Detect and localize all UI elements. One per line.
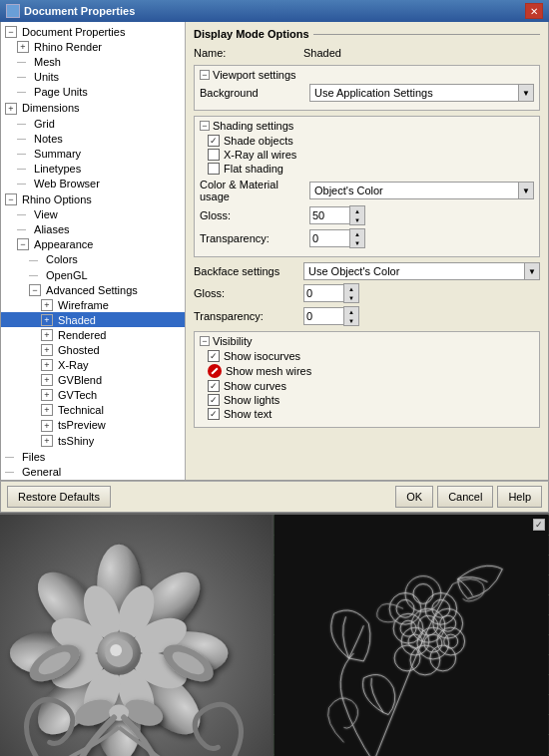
tree-item-mesh[interactable]: — Mesh — [1, 54, 185, 69]
gloss-up[interactable]: ▲ — [350, 206, 364, 215]
tree-item-tspreview[interactable]: + tsPreview — [1, 417, 185, 432]
expander-rhino-render[interactable]: + — [17, 41, 29, 53]
ok-button[interactable]: OK — [395, 486, 433, 508]
background-arrow[interactable]: ▼ — [518, 84, 534, 102]
expander-tsshiny[interactable]: + — [41, 435, 53, 447]
tree-item-tsshiny[interactable]: + tsShiny — [1, 433, 185, 448]
shade-objects-row: Shade objects — [208, 135, 534, 147]
background-value: Use Application Settings — [309, 84, 518, 102]
transparency-row: Transparency: ▲ ▼ — [200, 228, 534, 248]
tree-item-aliases[interactable]: — Aliases — [1, 221, 185, 236]
background-select[interactable]: Use Application Settings ▼ — [309, 84, 534, 102]
tree-item-gvblend[interactable]: + GVBlend — [1, 372, 185, 387]
backface-arrow[interactable]: ▼ — [524, 262, 540, 280]
tree-item-linetypes[interactable]: — Linetypes — [1, 161, 185, 176]
shading-collapse[interactable]: − — [200, 121, 210, 131]
tree-item-rendered[interactable]: + Rendered — [1, 327, 185, 342]
tree-item-dimensions[interactable]: + Dimensions — [1, 100, 185, 115]
tree-item-colors[interactable]: — Colors — [1, 251, 185, 266]
expander-wireframe[interactable]: + — [41, 299, 53, 311]
tree-item-opengl[interactable]: — OpenGL — [1, 267, 185, 282]
transparency-spin[interactable]: ▲ ▼ — [309, 228, 365, 248]
shade-objects-checkbox[interactable] — [208, 135, 220, 147]
tree-item-ghosted[interactable]: + Ghosted — [1, 342, 185, 357]
restore-defaults-button[interactable]: Restore Defaults — [7, 486, 111, 508]
help-button[interactable]: Help — [497, 486, 542, 508]
expander-appearance[interactable]: − — [17, 238, 29, 250]
backface-gloss-spin[interactable]: ▲ ▼ — [303, 283, 359, 303]
color-material-arrow[interactable]: ▼ — [518, 182, 534, 199]
vp-right-checkbox[interactable] — [533, 519, 545, 531]
close-button[interactable]: ✕ — [525, 3, 543, 19]
transparency-label: Transparency: — [200, 232, 309, 244]
xray-wires-row: X-Ray all wires — [208, 149, 534, 161]
tree-item-gvtech[interactable]: + GVTech — [1, 387, 185, 402]
show-text-checkbox[interactable] — [208, 408, 220, 420]
gloss-down[interactable]: ▼ — [350, 215, 364, 224]
tree-item-xray[interactable]: + X-Ray — [1, 357, 185, 372]
flat-shading-label: Flat shading — [224, 163, 283, 175]
color-material-select[interactable]: Object's Color ▼ — [309, 182, 534, 199]
tree-item-general[interactable]: — General — [1, 464, 185, 479]
viewport-right[interactable] — [274, 515, 549, 756]
expander-xray[interactable]: + — [41, 359, 53, 371]
gloss-spin[interactable]: ▲ ▼ — [309, 205, 365, 225]
visibility-collapse[interactable]: − — [200, 336, 210, 346]
viewport-left[interactable] — [0, 515, 274, 756]
show-curves-checkbox[interactable] — [208, 380, 220, 392]
expander-advanced[interactable]: − — [29, 284, 41, 296]
tree-item-shaded[interactable]: + Shaded — [1, 312, 185, 327]
expander-dimensions[interactable]: + — [5, 103, 17, 115]
color-material-row: Color & Material usage Object's Color ▼ — [200, 179, 534, 202]
tree-item-units[interactable]: — Units — [1, 69, 185, 84]
show-lights-label: Show lights — [224, 394, 279, 406]
backface-transparency-input[interactable] — [303, 307, 343, 325]
tree-item-rhino-render[interactable]: + Rhino Render — [1, 39, 185, 54]
backface-transparency-down[interactable]: ▼ — [344, 316, 358, 325]
cancel-button[interactable]: Cancel — [437, 486, 493, 508]
name-label: Name: — [194, 47, 303, 59]
backface-gloss-up[interactable]: ▲ — [344, 284, 358, 293]
tree-item-files[interactable]: — Files — [1, 449, 185, 464]
show-text-row: Show text — [208, 408, 534, 420]
transparency-input[interactable] — [309, 229, 349, 247]
expander-technical[interactable]: + — [41, 404, 53, 416]
expander-shaded[interactable]: + — [41, 314, 53, 326]
backface-gloss-down[interactable]: ▼ — [344, 293, 358, 302]
expander-doc-props[interactable]: − — [5, 26, 17, 38]
backface-gloss-input[interactable] — [303, 284, 343, 302]
backface-select[interactable]: Use Object's Color ▼ — [303, 262, 540, 280]
viewport-area — [0, 513, 549, 756]
tree-item-summary[interactable]: — Summary — [1, 146, 185, 161]
tree-item-view[interactable]: — View — [1, 206, 185, 221]
expander-ghosted[interactable]: + — [41, 344, 53, 356]
tree-item-advanced-settings[interactable]: − Advanced Settings — [1, 282, 185, 297]
expander-gvtech[interactable]: + — [41, 389, 53, 401]
show-isocurves-checkbox[interactable] — [208, 350, 220, 362]
tree-item-web-browser[interactable]: — Web Browser — [1, 176, 185, 190]
expander-tspreview[interactable]: + — [41, 420, 53, 432]
backface-title: Backface settings — [194, 265, 303, 277]
tree-item-doc-props[interactable]: − Document Properties — [1, 24, 185, 39]
tree-item-wireframe[interactable]: + Wireframe — [1, 297, 185, 312]
expander-rhino-options[interactable]: − — [5, 193, 17, 205]
tree-item-grid[interactable]: — Grid — [1, 116, 185, 131]
tree-item-page-units[interactable]: — Page Units — [1, 84, 185, 99]
transparency-down[interactable]: ▼ — [350, 238, 364, 247]
backface-transparency-spin[interactable]: ▲ ▼ — [303, 306, 359, 326]
tree-item-rhino-options[interactable]: − Rhino Options — [1, 191, 185, 206]
gloss-input[interactable] — [309, 206, 349, 224]
backface-transparency-up[interactable]: ▲ — [344, 307, 358, 316]
tree-item-appearance[interactable]: − Appearance — [1, 236, 185, 251]
expander-gvblend[interactable]: + — [41, 374, 53, 386]
viewport-collapse[interactable]: − — [200, 70, 210, 80]
expander-rendered[interactable]: + — [41, 329, 53, 341]
tree-item-notes[interactable]: — Notes — [1, 131, 185, 146]
show-lights-checkbox[interactable] — [208, 394, 220, 406]
xray-wires-checkbox[interactable] — [208, 149, 220, 161]
flat-shading-checkbox[interactable] — [208, 163, 220, 175]
tree-item-technical[interactable]: + Technical — [1, 402, 185, 417]
show-mesh-wires-no-entry[interactable] — [208, 364, 222, 378]
transparency-up[interactable]: ▲ — [350, 229, 364, 238]
title-bar: Document Properties ✕ — [0, 0, 549, 22]
